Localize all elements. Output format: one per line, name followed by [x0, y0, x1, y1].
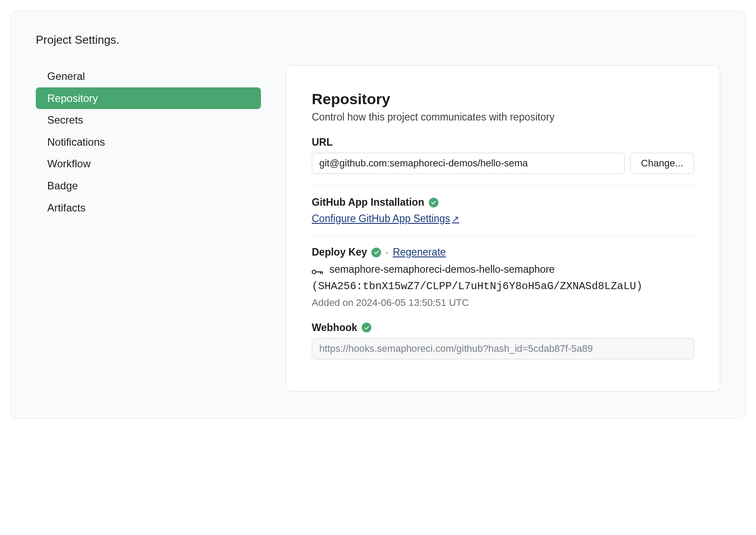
url-label: URL [312, 136, 694, 148]
settings-container: Project Settings. General Repository Sec… [11, 11, 745, 418]
sidebar-nav: General Repository Secrets Notifications… [36, 65, 261, 392]
panel-heading: Repository [312, 90, 694, 108]
sidebar-item-notifications[interactable]: Notifications [36, 131, 261, 153]
divider [312, 185, 694, 186]
panel-subtitle: Control how this project communicates wi… [312, 111, 694, 123]
sidebar-item-label: Secrets [47, 114, 83, 126]
deploy-key-row: semaphore-semaphoreci-demos-hello-semaph… [312, 264, 694, 278]
check-icon [429, 198, 438, 207]
sidebar-item-label: Workflow [47, 158, 91, 170]
github-app-label-text: GitHub App Installation [312, 196, 424, 208]
sidebar-item-artifacts[interactable]: Artifacts [36, 197, 261, 219]
sidebar-item-badge[interactable]: Badge [36, 175, 261, 197]
layout-row: General Repository Secrets Notifications… [36, 65, 720, 392]
sidebar-item-label: Artifacts [47, 202, 86, 214]
url-row: Change... [312, 153, 694, 174]
link-label: Configure GitHub App Settings [312, 213, 450, 225]
regenerate-key-link[interactable]: Regenerate [393, 246, 446, 258]
deploy-key-section: Deploy Key · Regenerate [312, 246, 694, 359]
url-section: URL Change... [312, 136, 694, 186]
content-panel: Repository Control how this project comm… [286, 65, 720, 392]
sidebar-item-label: Notifications [47, 136, 105, 148]
svg-point-0 [312, 270, 316, 274]
sidebar-item-label: Repository [47, 92, 98, 104]
deploy-key-header: Deploy Key · Regenerate [312, 246, 694, 258]
webhook-url-input[interactable] [312, 338, 694, 359]
check-icon [371, 248, 381, 257]
deploy-key-label-text: Deploy Key [312, 246, 367, 258]
sidebar-item-general[interactable]: General [36, 65, 261, 87]
check-icon [362, 323, 371, 332]
deploy-key-added-note: Added on 2024-06-05 13:50:51 UTC [312, 297, 694, 309]
deploy-key-name: semaphore-semaphoreci-demos-hello-semaph… [329, 264, 555, 275]
external-link-icon: ↗ [452, 214, 459, 224]
webhook-label: Webhook [312, 322, 694, 334]
repo-url-input[interactable] [312, 153, 625, 174]
divider [312, 235, 694, 236]
configure-github-app-link[interactable]: Configure GitHub App Settings ↗ [312, 213, 459, 225]
github-app-label: GitHub App Installation [312, 196, 694, 208]
sidebar-item-secrets[interactable]: Secrets [36, 109, 261, 131]
deploy-key-label: Deploy Key [312, 246, 381, 258]
webhook-label-text: Webhook [312, 322, 357, 334]
sidebar-item-repository[interactable]: Repository [36, 87, 261, 109]
key-icon [312, 266, 323, 278]
page-title: Project Settings. [36, 33, 720, 47]
github-app-section: GitHub App Installation Configure GitHub… [312, 196, 694, 225]
change-url-button[interactable]: Change... [630, 153, 694, 174]
sidebar-item-workflow[interactable]: Workflow [36, 153, 261, 175]
sidebar-item-label: General [47, 70, 85, 82]
separator-dot: · [386, 247, 388, 258]
sidebar-item-label: Badge [47, 180, 78, 192]
deploy-key-fingerprint: (SHA256:tbnX15wZ7/CLPP/L7uHtNj6Y8oH5aG/Z… [312, 279, 694, 294]
